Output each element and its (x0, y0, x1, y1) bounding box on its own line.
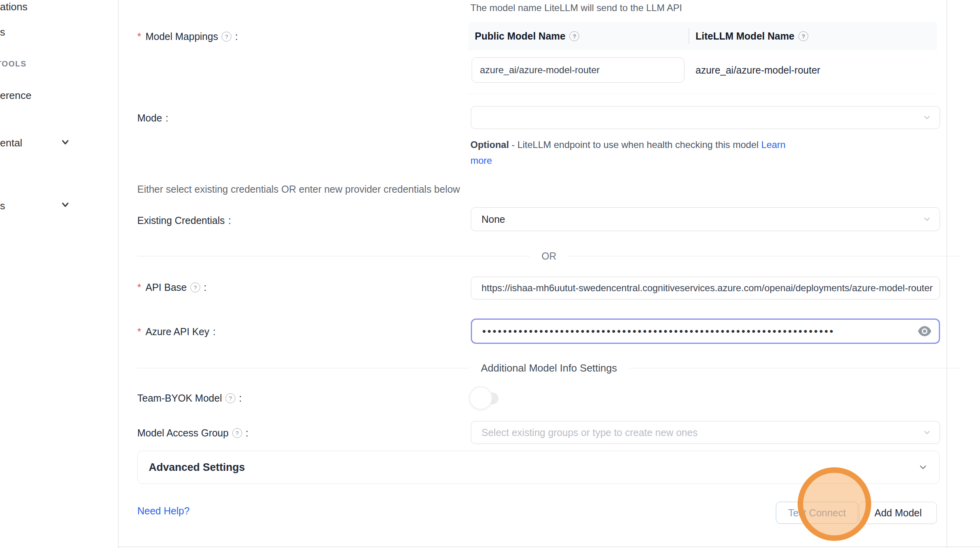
advanced-settings-panel[interactable]: Advanced Settings (137, 451, 940, 484)
litellm-model-name-value: azure_ai/azure-model-router (696, 50, 820, 90)
existing-credentials-select[interactable]: None (471, 207, 940, 231)
add-model-form-page: ations s TOOLS erence ental s The model … (0, 0, 980, 548)
help-icon[interactable]: ? (226, 393, 235, 403)
credentials-note: Either select existing credentials OR en… (137, 184, 460, 195)
help-icon[interactable]: ? (798, 31, 808, 41)
chevron-down-icon (922, 214, 932, 224)
panel-bottom-edge (118, 546, 980, 547)
api-base-input[interactable]: https://ishaa-mh6uutut-swedencentral.cog… (471, 277, 940, 300)
sidebar-divider (118, 0, 119, 548)
test-connect-button[interactable]: Test Connect (776, 502, 858, 524)
azure-api-key-input[interactable]: ••••••••••••••••••••••••••••••••••••••••… (471, 319, 940, 344)
public-model-name-input[interactable]: azure_ai/azure-model-router (472, 57, 684, 83)
required-asterisk: * (137, 282, 141, 293)
mode-select[interactable] (471, 106, 940, 129)
chevron-down-icon (922, 113, 932, 122)
azure-api-key-label: * Azure API Key : (137, 326, 216, 338)
need-help-link[interactable]: Need Help? (137, 505, 190, 517)
eye-icon[interactable] (917, 325, 932, 337)
sidebar-item-clipped-2[interactable]: s (0, 26, 5, 38)
model-access-group-select[interactable]: Select existing groups or type to create… (471, 421, 940, 444)
model-access-group-label: Model Access Group ? : (137, 427, 248, 439)
masked-password-dots: ••••••••••••••••••••••••••••••••••••••••… (482, 326, 835, 336)
column-divider (688, 28, 689, 44)
additional-settings-divider: Additional Model Info Settings (137, 362, 961, 374)
sidebar-item-clipped-1[interactable]: ations (0, 1, 27, 13)
model-mappings-table: Public Model Name ? LiteLLM Model Name ?… (468, 22, 937, 94)
chevron-down-icon (918, 462, 928, 472)
sidebar-item-clipped-3[interactable]: erence (0, 89, 32, 102)
model-name-help-text: The model name LiteLLM will send to the … (470, 2, 682, 13)
panel-right-edge (946, 0, 947, 548)
sidebar-item-clipped-5[interactable]: s (0, 200, 5, 212)
required-asterisk: * (137, 326, 141, 338)
model-mappings-table-row: azure_ai/azure-model-router azure_ai/azu… (468, 50, 937, 94)
toggle-knob (470, 387, 491, 409)
required-asterisk: * (137, 31, 141, 42)
model-mappings-table-header: Public Model Name ? LiteLLM Model Name ? (468, 22, 937, 50)
chevron-down-icon (922, 428, 932, 437)
chevron-down-icon (60, 137, 70, 147)
column-header-public-model-name: Public Model Name ? (475, 30, 681, 42)
help-icon[interactable]: ? (222, 32, 231, 42)
sidebar: ations s TOOLS erence ental s (0, 0, 118, 548)
help-icon[interactable]: ? (190, 283, 200, 292)
sidebar-section-tools: TOOLS (0, 59, 27, 68)
chevron-down-icon (60, 199, 70, 210)
api-base-label: * API Base ? : (137, 282, 207, 293)
mode-help-text: Optional - LiteLLM endpoint to use when … (470, 137, 803, 169)
team-byok-toggle[interactable] (473, 393, 499, 404)
team-byok-label: Team-BYOK Model ? : (137, 393, 242, 404)
or-divider: OR (137, 250, 961, 262)
mode-label: Mode : (137, 112, 169, 124)
help-icon[interactable]: ? (569, 31, 579, 41)
add-model-button[interactable]: Add Model (859, 502, 937, 524)
existing-credentials-label: Existing Credentials : (137, 215, 231, 226)
column-header-litellm-model-name: LiteLLM Model Name ? (696, 30, 808, 42)
help-icon[interactable]: ? (232, 428, 242, 438)
model-mappings-label: * Model Mappings ? : (137, 31, 238, 42)
sidebar-item-clipped-4[interactable]: ental (0, 137, 22, 149)
